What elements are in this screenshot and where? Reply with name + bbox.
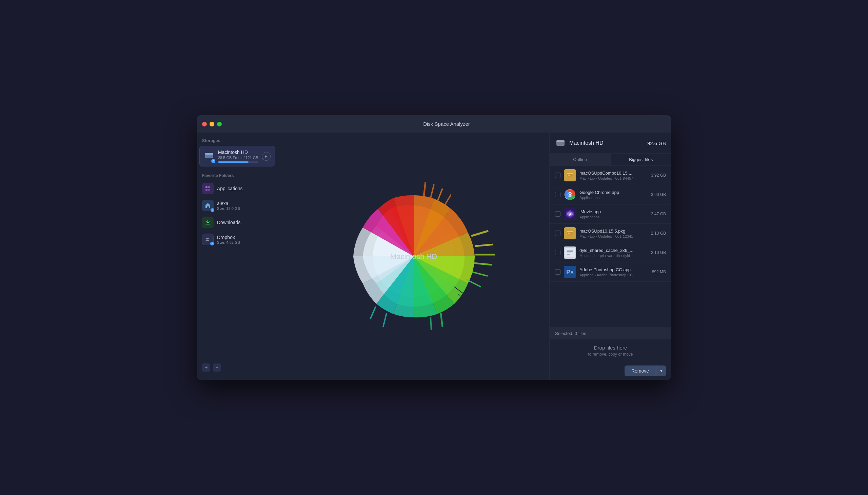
imovie-icon: ★ — [564, 208, 576, 220]
remove-dropdown-button[interactable]: ▼ — [657, 365, 666, 376]
file-item[interactable]: macOSUpdCombo10.15.... Mac › Lib › Updat… — [550, 166, 671, 185]
svg-rect-47 — [567, 254, 570, 255]
ps-svg: Ps — [564, 266, 576, 278]
tabs: Outline Biggest files — [550, 154, 671, 166]
sunburst-chart[interactable]: Macintosh HD — [325, 168, 502, 344]
file-checkbox[interactable] — [555, 231, 560, 236]
tab-outline[interactable]: Outline — [550, 154, 611, 166]
selected-bar: Selected: 0 files — [550, 327, 671, 339]
file-checkbox[interactable] — [555, 269, 560, 275]
svg-rect-44 — [567, 250, 573, 251]
file-name: macOSUpd10.15.5.pkg — [579, 228, 648, 234]
add-folder-button[interactable]: + — [202, 363, 210, 372]
sunburst-svg: Macintosh HD — [325, 168, 502, 344]
file-item[interactable]: Ps Adobe Photoshop CC.app Applicati › Ad… — [550, 262, 671, 282]
fav-downloads[interactable]: Downloads — [197, 214, 278, 231]
file-name: Google Chrome.app — [579, 190, 648, 195]
file-checkbox[interactable] — [555, 211, 560, 217]
file-item[interactable]: ★ iMovie.app Applications 2.47 GB — [550, 204, 671, 224]
svg-line-13 — [471, 272, 488, 276]
file-size: 3.90 GB — [651, 192, 666, 197]
right-header: Macintosh HD 92.6 GB — [550, 133, 671, 154]
dropbox-icon: ✓ — [202, 234, 214, 245]
fav-applications[interactable]: Applications — [197, 180, 278, 197]
close-button[interactable] — [202, 122, 207, 126]
svg-rect-6 — [208, 189, 210, 191]
svg-line-20 — [431, 317, 431, 330]
file-path: Macintosh › pri › var › db › dyld — [579, 254, 648, 258]
fav-applications-text: Applications — [217, 186, 272, 191]
file-checkbox[interactable] — [555, 192, 560, 197]
svg-rect-45 — [567, 251, 573, 252]
file-info: iMovie.app Applications — [579, 209, 648, 219]
file-item[interactable]: dyld_shared_cache_x86_... Macintosh › pr… — [550, 243, 671, 262]
file-list: macOSUpdCombo10.15.... Mac › Lib › Updat… — [550, 166, 671, 327]
file-info: macOSUpd10.15.5.pkg Mac › Lib › Updates … — [579, 228, 648, 238]
fav-dropbox[interactable]: ✓ Dropbox Size: 4.52 GB — [197, 231, 278, 248]
imovie-svg: ★ — [564, 208, 576, 220]
home-svg-icon — [204, 202, 211, 209]
file-name: Adobe Photoshop CC.app — [579, 267, 649, 272]
remove-folder-button[interactable]: − — [213, 363, 221, 372]
svg-text:Ps: Ps — [566, 269, 574, 276]
alexa-icon: ✓ — [202, 200, 214, 211]
alexa-check-icon: ✓ — [210, 208, 214, 212]
remove-button[interactable]: Remove — [625, 365, 656, 376]
svg-rect-7 — [205, 224, 210, 224]
dropbox-svg-icon — [204, 236, 211, 243]
storages-label: Storages — [197, 138, 278, 146]
file-info: macOSUpdCombo10.15.... Mac › Lib › Updat… — [579, 171, 648, 181]
storage-info: Macintosh HD 28.5 GB Free of 121 GB — [218, 150, 258, 163]
download-svg-icon — [204, 219, 211, 226]
file-item[interactable]: macOSUpd10.15.5.pkg Mac › Lib › Updates … — [550, 224, 671, 243]
file-checkbox[interactable] — [555, 173, 560, 178]
dyld-icon — [564, 246, 576, 259]
play-button[interactable]: ▶ — [262, 152, 271, 161]
chrome-icon — [564, 188, 576, 201]
fav-alexa[interactable]: ✓ alexa Size: 18.0 GB — [197, 197, 278, 214]
applications-icon — [202, 183, 214, 194]
storage-icon-wrap: ✓ — [204, 150, 215, 163]
storage-progress-fill — [218, 161, 249, 163]
file-path: Applications — [579, 195, 648, 200]
svg-rect-4 — [208, 186, 210, 188]
pkg-svg — [565, 171, 575, 180]
chrome-svg — [564, 188, 576, 201]
apps-svg-icon — [204, 185, 211, 192]
pkg2-svg — [565, 228, 575, 238]
dyld-svg — [565, 248, 575, 257]
file-info: Google Chrome.app Applications — [579, 190, 648, 200]
storage-check-icon: ✓ — [211, 159, 215, 163]
pkg2-icon — [564, 227, 576, 239]
file-checkbox[interactable] — [555, 250, 560, 255]
titlebar: Disk Space Analyzer — [197, 115, 671, 133]
pkg-icon — [564, 169, 576, 182]
drop-zone[interactable]: Drop files here to remove, copy or move — [550, 339, 671, 362]
storage-item[interactable]: ✓ Macintosh HD 28.5 GB Free of 121 GB ▶ — [199, 146, 275, 167]
svg-line-9 — [471, 231, 488, 236]
file-path: Mac › Lib › Updates › 001-12341 — [579, 234, 648, 238]
right-disk-name: Macintosh HD — [569, 140, 644, 146]
svg-line-15 — [424, 182, 426, 196]
drop-subtitle: to remove, copy or move — [555, 352, 666, 357]
file-size: 2.10 GB — [651, 250, 666, 255]
file-info: dyld_shared_cache_x86_... Macintosh › pr… — [579, 248, 648, 258]
file-size: 3.92 GB — [651, 173, 666, 178]
file-size: 2.13 GB — [651, 231, 666, 236]
right-footer: Selected: 0 files Drop files here to rem… — [550, 327, 671, 380]
tab-biggest-files[interactable]: Biggest files — [611, 154, 672, 166]
minimize-button[interactable] — [209, 122, 214, 126]
file-item[interactable]: Google Chrome.app Applications 3.90 GB — [550, 185, 671, 204]
dropbox-check-icon: ✓ — [210, 242, 214, 245]
storage-name: Macintosh HD — [218, 150, 258, 155]
maximize-button[interactable] — [217, 122, 222, 126]
remove-bar: Remove ▼ — [550, 362, 671, 380]
file-info: Adobe Photoshop CC.app Applicati › Adobe… — [579, 267, 649, 277]
app-window: Disk Space Analyzer Storages ✓ Macintosh… — [197, 115, 671, 380]
file-path: Applications — [579, 215, 648, 219]
fav-dropbox-text: Dropbox Size: 4.52 GB — [217, 235, 272, 244]
svg-rect-42 — [568, 233, 569, 234]
file-path: Mac › Lib › Updates › 061-94457 — [579, 176, 648, 181]
file-name: dyld_shared_cache_x86_... — [579, 248, 648, 253]
downloads-icon — [202, 217, 214, 228]
